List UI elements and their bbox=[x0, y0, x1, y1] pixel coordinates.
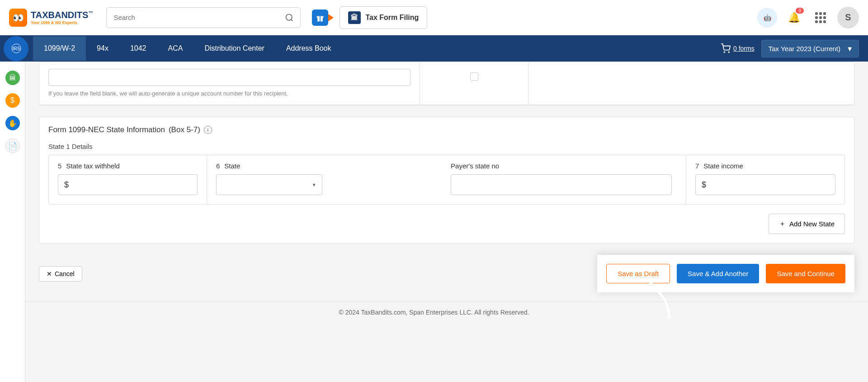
account-checkbox[interactable] bbox=[470, 72, 478, 81]
sidebar: 🏛 $ ✋ 📄 bbox=[0, 62, 25, 323]
sidebar-item-2[interactable]: $ bbox=[5, 93, 20, 108]
footer-row: ✕ Cancel Save as Draft Save & Add Anothe… bbox=[39, 255, 854, 301]
field-5-num: 5 bbox=[58, 162, 61, 170]
copyright: © 2024 TaxBandits.com, Span Enterprises … bbox=[0, 301, 868, 323]
logo-tm: ™ bbox=[88, 10, 93, 15]
cancel-button[interactable]: ✕ Cancel bbox=[39, 266, 82, 282]
svg-point-7 bbox=[724, 52, 725, 53]
field-6-label: 6 State bbox=[216, 162, 437, 170]
main-content: If you leave the field blank, we will au… bbox=[25, 62, 868, 301]
add-new-state-button[interactable]: ＋ Add New State bbox=[769, 214, 845, 234]
section-title: Form 1099-NEC State Information bbox=[48, 125, 165, 134]
logo-text: TAXBANDITS bbox=[31, 10, 88, 20]
sidebar-item-1[interactable]: 🏛 bbox=[5, 71, 20, 85]
state-fields: 5 State tax withheld 6 State Pa bbox=[48, 155, 845, 205]
field-6-text: State bbox=[224, 162, 240, 170]
save-continue-button[interactable]: Save and Continue bbox=[766, 264, 845, 283]
nav-tab-94x[interactable]: 94x bbox=[86, 36, 119, 61]
account-card: If you leave the field blank, we will au… bbox=[39, 62, 854, 105]
field-6-num: 6 bbox=[216, 162, 220, 170]
state-field-5: 5 State tax withheld bbox=[49, 155, 207, 204]
search-container bbox=[106, 7, 301, 28]
info-icon[interactable]: i bbox=[204, 126, 212, 134]
save-add-another-button[interactable]: Save & Add Another bbox=[677, 264, 759, 283]
search-icon[interactable] bbox=[283, 11, 296, 24]
cart-icon bbox=[721, 43, 731, 53]
chevron-down-icon: ▼ bbox=[846, 45, 853, 53]
save-as-draft-button[interactable]: Save as Draft bbox=[606, 264, 670, 283]
nav-tab-aca[interactable]: ACA bbox=[157, 36, 193, 61]
shield-icon: 🏛 bbox=[348, 11, 361, 24]
notification-button[interactable]: 🔔 0 bbox=[784, 8, 804, 28]
account-number-input[interactable] bbox=[48, 69, 410, 86]
header: 👀 TAXBANDITS™ Your 1099 & W2 Experts 🏛 T… bbox=[0, 0, 868, 35]
logo-icon: 👀 bbox=[9, 9, 27, 27]
logo-text-wrapper: TAXBANDITS™ Your 1099 & W2 Experts bbox=[31, 10, 93, 25]
field-5-label: 5 State tax withheld bbox=[58, 162, 198, 170]
tax-form-filing-button[interactable]: 🏛 Tax Form Filing bbox=[340, 6, 427, 29]
payer-text: Payer's state no bbox=[451, 162, 499, 170]
state-tax-withheld-input[interactable] bbox=[58, 174, 198, 195]
tax-year-select[interactable]: Tax Year 2023 (Current) ▼ bbox=[761, 40, 859, 57]
state-income-input[interactable] bbox=[695, 174, 835, 195]
add-state-label: Add New State bbox=[789, 220, 835, 228]
nav-tab-1099-w2[interactable]: 1099/W-2 bbox=[33, 36, 86, 61]
sidebar-item-4[interactable]: 📄 bbox=[5, 138, 20, 153]
cart-link[interactable]: 0 forms bbox=[721, 43, 755, 53]
save-buttons-panel: Save as Draft Save & Add Another Save an… bbox=[597, 255, 854, 292]
apps-grid-icon bbox=[815, 12, 826, 23]
state-subtitle: State 1 Details bbox=[39, 143, 854, 155]
avatar[interactable]: S bbox=[837, 7, 859, 29]
assistant-icon[interactable]: 🤖 bbox=[757, 8, 777, 28]
logo[interactable]: 👀 TAXBANDITS™ Your 1099 & W2 Experts bbox=[9, 9, 93, 27]
svg-rect-4 bbox=[320, 16, 321, 21]
state-select[interactable] bbox=[216, 174, 322, 195]
close-icon: ✕ bbox=[47, 270, 52, 277]
svg-text:IRS: IRS bbox=[12, 46, 20, 51]
gift-icon[interactable] bbox=[312, 10, 328, 26]
tax-filing-label: Tax Form Filing bbox=[365, 14, 419, 22]
svg-line-1 bbox=[291, 19, 293, 21]
account-left: If you leave the field blank, we will au… bbox=[39, 62, 420, 105]
nav-tab-1042[interactable]: 1042 bbox=[119, 36, 157, 61]
plus-icon: ＋ bbox=[779, 220, 786, 228]
section-box-label: (Box 5-7) bbox=[169, 125, 200, 134]
notification-badge: 0 bbox=[796, 8, 804, 14]
field-7-text: State income bbox=[703, 162, 743, 170]
tax-year-label: Tax Year 2023 (Current) bbox=[769, 45, 840, 53]
field-7-num: 7 bbox=[695, 162, 699, 170]
account-help-text: If you leave the field blank, we will au… bbox=[48, 90, 410, 98]
svg-point-8 bbox=[728, 52, 729, 53]
account-right bbox=[528, 62, 854, 105]
state-field-7: 7 State income bbox=[686, 155, 844, 204]
nav-right: 0 forms Tax Year 2023 (Current) ▼ bbox=[721, 40, 868, 57]
section-header: Form 1099-NEC State Information (Box 5-7… bbox=[39, 117, 854, 143]
account-middle bbox=[420, 62, 528, 105]
arrow-icon bbox=[328, 14, 334, 21]
account-row: If you leave the field blank, we will au… bbox=[39, 62, 854, 105]
nav-tab-distribution[interactable]: Distribution Center bbox=[193, 36, 275, 61]
sidebar-item-3[interactable]: ✋ bbox=[5, 116, 20, 130]
nav-bar: IRS 1099/W-2 94x 1042 ACA Distribution C… bbox=[0, 35, 868, 62]
cancel-label: Cancel bbox=[55, 270, 75, 277]
state-section: Form 1099-NEC State Information (Box 5-7… bbox=[39, 117, 854, 244]
payer-label: Payer's state no bbox=[451, 162, 672, 170]
field-5-text: State tax withheld bbox=[66, 162, 119, 170]
add-state-row: ＋ Add New State bbox=[39, 205, 854, 243]
field-7-label: 7 State income bbox=[695, 162, 835, 170]
logo-subtitle: Your 1099 & W2 Experts bbox=[31, 20, 93, 25]
nav-tab-address-book[interactable]: Address Book bbox=[275, 36, 342, 61]
apps-button[interactable] bbox=[811, 8, 830, 28]
search-input[interactable] bbox=[106, 7, 301, 28]
svg-point-0 bbox=[286, 14, 292, 20]
state-field-6: 6 State Payer's state no bbox=[207, 155, 686, 204]
cart-label: 0 forms bbox=[733, 45, 755, 52]
payer-state-no-input[interactable] bbox=[451, 174, 672, 195]
nav-home-icon[interactable]: IRS bbox=[4, 36, 28, 61]
header-right: 🤖 🔔 0 S bbox=[757, 7, 859, 29]
